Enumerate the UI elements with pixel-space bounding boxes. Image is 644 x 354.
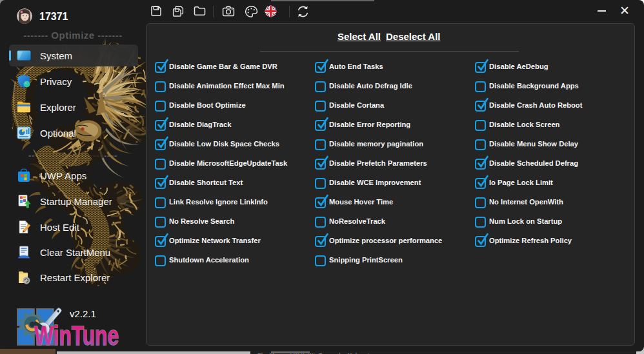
svg-text:WinTune: WinTune [34, 320, 119, 349]
